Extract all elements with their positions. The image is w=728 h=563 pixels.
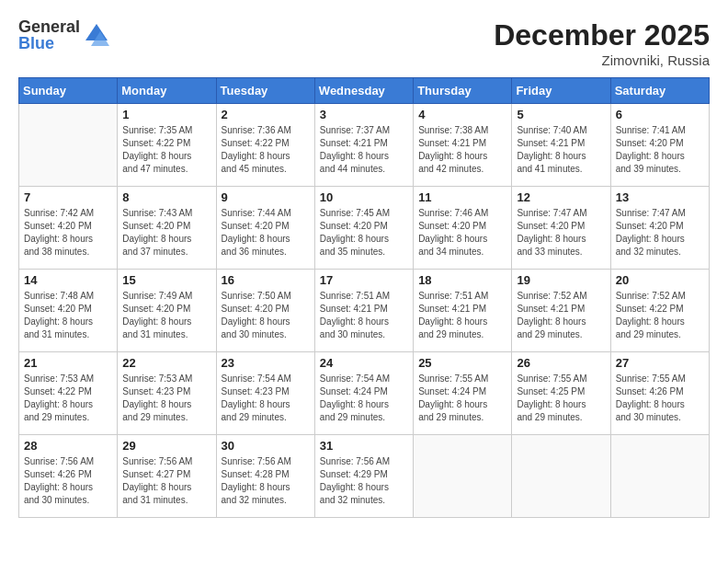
day-info: Sunrise: 7:47 AM Sunset: 4:20 PM Dayligh… (616, 207, 704, 259)
calendar-cell: 29Sunrise: 7:56 AM Sunset: 4:27 PM Dayli… (118, 435, 216, 518)
day-info: Sunrise: 7:56 AM Sunset: 4:26 PM Dayligh… (24, 455, 112, 507)
day-number: 3 (320, 108, 408, 121)
day-number: 27 (616, 356, 704, 370)
day-info: Sunrise: 7:40 AM Sunset: 4:21 PM Dayligh… (517, 124, 605, 176)
day-info: Sunrise: 7:38 AM Sunset: 4:21 PM Dayligh… (418, 124, 506, 176)
weekday-header-thursday: Thursday (414, 78, 512, 104)
calendar-cell: 4Sunrise: 7:38 AM Sunset: 4:21 PM Daylig… (414, 104, 512, 187)
day-info: Sunrise: 7:55 AM Sunset: 4:26 PM Dayligh… (616, 373, 704, 424)
calendar-cell: 30Sunrise: 7:56 AM Sunset: 4:28 PM Dayli… (216, 435, 314, 518)
weekday-header-wednesday: Wednesday (314, 78, 413, 104)
day-number: 26 (517, 356, 605, 370)
month-title: December 2025 (494, 18, 710, 52)
day-info: Sunrise: 7:37 AM Sunset: 4:21 PM Dayligh… (320, 124, 408, 176)
weekday-header-row: SundayMondayTuesdayWednesdayThursdayFrid… (19, 78, 710, 104)
calendar-cell: 20Sunrise: 7:52 AM Sunset: 4:22 PM Dayli… (610, 270, 709, 352)
calendar-cell: 13Sunrise: 7:47 AM Sunset: 4:20 PM Dayli… (610, 187, 709, 270)
day-info: Sunrise: 7:52 AM Sunset: 4:21 PM Dayligh… (517, 290, 605, 341)
day-number: 25 (418, 356, 506, 370)
title-block: December 2025 Zimovniki, Russia (494, 18, 710, 68)
calendar-cell: 14Sunrise: 7:48 AM Sunset: 4:20 PM Dayli… (19, 270, 118, 352)
calendar-cell: 22Sunrise: 7:53 AM Sunset: 4:23 PM Dayli… (118, 352, 216, 435)
page-header: General Blue December 2025 Zimovniki, Ru… (18, 18, 710, 68)
day-number: 9 (222, 190, 310, 204)
calendar-cell: 8Sunrise: 7:43 AM Sunset: 4:20 PM Daylig… (118, 187, 216, 270)
calendar-cell: 23Sunrise: 7:54 AM Sunset: 4:23 PM Dayli… (216, 352, 314, 435)
day-info: Sunrise: 7:48 AM Sunset: 4:20 PM Dayligh… (24, 290, 112, 341)
calendar-cell: 24Sunrise: 7:54 AM Sunset: 4:24 PM Dayli… (314, 352, 413, 435)
calendar-cell: 9Sunrise: 7:44 AM Sunset: 4:20 PM Daylig… (216, 187, 314, 270)
day-number: 5 (517, 108, 605, 121)
day-info: Sunrise: 7:44 AM Sunset: 4:20 PM Dayligh… (222, 207, 310, 259)
day-number: 23 (222, 356, 310, 370)
calendar-cell: 10Sunrise: 7:45 AM Sunset: 4:20 PM Dayli… (314, 187, 413, 270)
calendar-cell: 21Sunrise: 7:53 AM Sunset: 4:22 PM Dayli… (19, 352, 118, 435)
calendar-cell: 5Sunrise: 7:40 AM Sunset: 4:21 PM Daylig… (512, 104, 610, 187)
logo-blue-text: Blue (18, 35, 80, 52)
day-number: 8 (122, 190, 210, 204)
calendar-cell (610, 435, 709, 518)
day-number: 17 (320, 273, 408, 287)
day-number: 10 (320, 190, 408, 204)
calendar-cell: 28Sunrise: 7:56 AM Sunset: 4:26 PM Dayli… (19, 435, 118, 518)
calendar-cell: 1Sunrise: 7:35 AM Sunset: 4:22 PM Daylig… (118, 104, 216, 187)
calendar-cell: 3Sunrise: 7:37 AM Sunset: 4:21 PM Daylig… (314, 104, 413, 187)
calendar-cell: 6Sunrise: 7:41 AM Sunset: 4:20 PM Daylig… (610, 104, 709, 187)
weekday-header-friday: Friday (512, 78, 610, 104)
day-number: 14 (24, 273, 112, 287)
day-info: Sunrise: 7:50 AM Sunset: 4:20 PM Dayligh… (222, 290, 310, 341)
calendar-table: SundayMondayTuesdayWednesdayThursdayFrid… (18, 77, 710, 518)
day-number: 18 (418, 273, 506, 287)
calendar-cell: 17Sunrise: 7:51 AM Sunset: 4:21 PM Dayli… (314, 270, 413, 352)
day-info: Sunrise: 7:45 AM Sunset: 4:20 PM Dayligh… (320, 207, 408, 259)
calendar-cell: 7Sunrise: 7:42 AM Sunset: 4:20 PM Daylig… (19, 187, 118, 270)
calendar-cell (414, 435, 512, 518)
calendar-cell: 31Sunrise: 7:56 AM Sunset: 4:29 PM Dayli… (314, 435, 413, 518)
day-number: 12 (517, 190, 605, 204)
day-number: 11 (418, 190, 506, 204)
day-number: 24 (320, 356, 408, 370)
day-number: 4 (418, 108, 506, 121)
day-info: Sunrise: 7:35 AM Sunset: 4:22 PM Dayligh… (122, 124, 210, 176)
day-number: 7 (24, 190, 112, 204)
calendar-cell: 18Sunrise: 7:51 AM Sunset: 4:21 PM Dayli… (414, 270, 512, 352)
calendar-cell: 12Sunrise: 7:47 AM Sunset: 4:20 PM Dayli… (512, 187, 610, 270)
day-number: 21 (24, 356, 112, 370)
day-number: 16 (222, 273, 310, 287)
day-info: Sunrise: 7:55 AM Sunset: 4:25 PM Dayligh… (517, 373, 605, 424)
day-number: 1 (122, 108, 210, 121)
calendar-cell: 25Sunrise: 7:55 AM Sunset: 4:24 PM Dayli… (414, 352, 512, 435)
calendar-cell: 2Sunrise: 7:36 AM Sunset: 4:22 PM Daylig… (216, 104, 314, 187)
weekday-header-sunday: Sunday (19, 78, 118, 104)
calendar-cell (19, 104, 118, 187)
weekday-header-monday: Monday (118, 78, 216, 104)
calendar-cell: 15Sunrise: 7:49 AM Sunset: 4:20 PM Dayli… (118, 270, 216, 352)
week-row-1: 1Sunrise: 7:35 AM Sunset: 4:22 PM Daylig… (19, 104, 710, 187)
day-number: 29 (122, 439, 210, 453)
day-info: Sunrise: 7:41 AM Sunset: 4:20 PM Dayligh… (616, 124, 704, 176)
day-number: 13 (616, 190, 704, 204)
day-info: Sunrise: 7:54 AM Sunset: 4:24 PM Dayligh… (320, 373, 408, 424)
day-info: Sunrise: 7:49 AM Sunset: 4:20 PM Dayligh… (122, 290, 210, 341)
day-number: 19 (517, 273, 605, 287)
day-info: Sunrise: 7:51 AM Sunset: 4:21 PM Dayligh… (320, 290, 408, 341)
logo: General Blue (18, 18, 109, 52)
day-info: Sunrise: 7:46 AM Sunset: 4:20 PM Dayligh… (418, 207, 506, 259)
day-number: 22 (122, 356, 210, 370)
calendar-cell: 26Sunrise: 7:55 AM Sunset: 4:25 PM Dayli… (512, 352, 610, 435)
day-info: Sunrise: 7:47 AM Sunset: 4:20 PM Dayligh… (517, 207, 605, 259)
day-number: 31 (320, 439, 408, 453)
day-number: 30 (222, 439, 310, 453)
week-row-3: 14Sunrise: 7:48 AM Sunset: 4:20 PM Dayli… (19, 270, 710, 352)
day-info: Sunrise: 7:43 AM Sunset: 4:20 PM Dayligh… (122, 207, 210, 259)
day-info: Sunrise: 7:54 AM Sunset: 4:23 PM Dayligh… (222, 373, 310, 424)
day-info: Sunrise: 7:56 AM Sunset: 4:27 PM Dayligh… (122, 455, 210, 507)
weekday-header-saturday: Saturday (610, 78, 709, 104)
day-info: Sunrise: 7:56 AM Sunset: 4:28 PM Dayligh… (222, 455, 310, 507)
location: Zimovniki, Russia (494, 52, 710, 68)
calendar-cell: 11Sunrise: 7:46 AM Sunset: 4:20 PM Dayli… (414, 187, 512, 270)
day-number: 28 (24, 439, 112, 453)
calendar-cell: 27Sunrise: 7:55 AM Sunset: 4:26 PM Dayli… (610, 352, 709, 435)
day-info: Sunrise: 7:51 AM Sunset: 4:21 PM Dayligh… (418, 290, 506, 341)
day-number: 2 (222, 108, 310, 121)
